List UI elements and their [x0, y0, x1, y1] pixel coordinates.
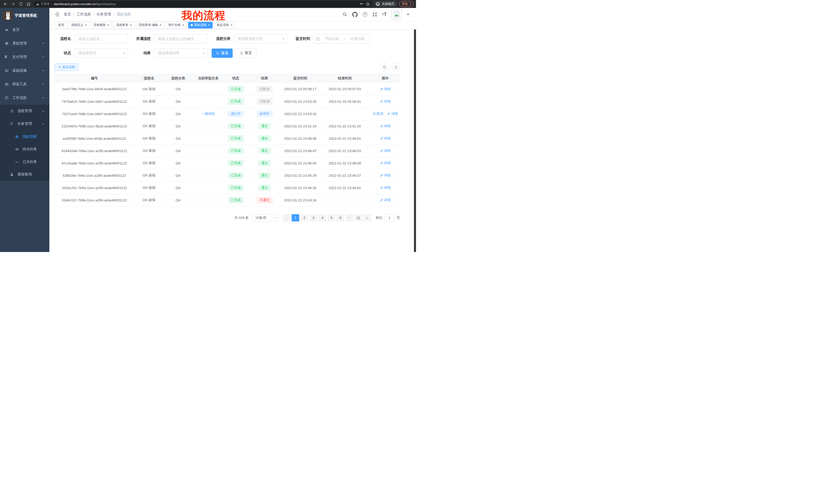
page-number-button[interactable]: 6	[337, 214, 344, 221]
broken-image-icon	[394, 11, 399, 18]
star-icon[interactable]	[366, 2, 370, 6]
security-chip[interactable]: 不安全	[36, 2, 50, 6]
sidebar-item-system[interactable]: 系统管理	[0, 36, 49, 50]
process-definition-input[interactable]	[154, 34, 208, 44]
forward-button[interactable]	[10, 1, 16, 7]
key-icon[interactable]	[360, 2, 364, 6]
next-page-button[interactable]: ›	[364, 214, 371, 221]
tab[interactable]: 用户分组 ×	[165, 22, 187, 29]
cell-current-task	[192, 169, 224, 181]
process-name-input[interactable]	[74, 34, 128, 44]
chevron-down-icon	[282, 37, 285, 40]
close-icon[interactable]: ×	[231, 23, 233, 27]
font-size-icon[interactable]: TT	[382, 12, 387, 17]
cell-current-task	[192, 145, 224, 157]
detail-action[interactable]: 详情	[380, 198, 391, 202]
detail-action[interactable]: 详情	[380, 173, 391, 178]
sidebar-item-leave-query[interactable]: 请假查询	[0, 168, 49, 181]
page-number-button[interactable]: 4	[318, 214, 326, 221]
col-category: 流程分类	[164, 74, 192, 83]
show-search-toggle-button[interactable]	[380, 63, 389, 71]
search-button[interactable]: 搜索	[212, 49, 233, 58]
page-size-select[interactable]: 10条/页	[253, 214, 278, 221]
browser-menu-icon[interactable]	[410, 2, 411, 6]
incognito-chip[interactable]: 无痕模式	[374, 1, 397, 7]
tab[interactable]: 流程定义 ×	[69, 22, 89, 29]
sidebar-item-infra[interactable]: 基础设施	[0, 64, 49, 77]
filter-row-1: 流程名 所属流程 流程分类 请选择流程分类 提交时间	[54, 34, 400, 44]
sidebar-item-task-mgmt[interactable]: 任务管理	[0, 117, 49, 130]
cell-submit-time: 2022-01-22 23:53:32	[282, 108, 319, 120]
page-number-button[interactable]: 5	[328, 214, 335, 221]
close-icon[interactable]: ×	[130, 23, 132, 27]
detail-action[interactable]: 详情	[380, 124, 391, 129]
close-icon[interactable]: ×	[208, 23, 210, 27]
sidebar-item-my-process[interactable]: 我的流程	[0, 130, 49, 143]
fullscreen-icon[interactable]	[372, 12, 377, 17]
filter-name-label: 流程名	[54, 36, 71, 41]
create-process-button[interactable]: 发起流程	[54, 63, 79, 71]
close-icon[interactable]: ×	[160, 23, 162, 27]
sidebar-item-process-mgmt[interactable]: 流程管理	[0, 105, 49, 117]
tab[interactable]: 流程模型 ×	[91, 22, 112, 29]
breadcrumb-home[interactable]: 首页	[64, 12, 71, 17]
home-button[interactable]	[26, 1, 31, 7]
detail-action[interactable]: 详情	[380, 148, 391, 153]
warning-icon	[36, 3, 39, 6]
github-icon[interactable]	[352, 12, 358, 17]
refresh-table-button[interactable]	[392, 63, 400, 71]
reset-button[interactable]: 重置	[235, 49, 256, 58]
page-number-button[interactable]: 11	[355, 214, 362, 221]
detail-action[interactable]: 详情	[380, 161, 391, 165]
breadcrumb-task-mgmt[interactable]: 任务管理	[97, 12, 111, 17]
tab[interactable]: 流程表单 ×	[113, 22, 134, 29]
reload-button[interactable]	[18, 1, 24, 7]
detail-action[interactable]: 详情	[387, 111, 398, 116]
tab[interactable]: 发起流程 ×	[214, 22, 235, 29]
chevron-down-icon	[42, 83, 45, 86]
back-button[interactable]	[3, 1, 8, 7]
page-number-button[interactable]: 3	[310, 214, 317, 221]
tab[interactable]: 流程表单-编辑 ×	[136, 22, 164, 29]
cancel-action[interactable]: 取消	[373, 111, 383, 116]
tab[interactable]: 首页	[55, 22, 67, 29]
help-icon[interactable]: ?	[363, 12, 367, 17]
status-select[interactable]: 请选择状态	[74, 49, 128, 58]
sidebar-item-todo-tasks[interactable]: 待办任务	[0, 143, 49, 156]
scrollbar[interactable]	[414, 8, 416, 252]
address-bar[interactable]: 不安全 dashboard.yudao.iocoder.cn/bpm/task/…	[33, 1, 372, 7]
chevron-down-icon[interactable]	[407, 14, 409, 17]
goto-page-input[interactable]	[384, 214, 395, 221]
sidebar-item-devtools[interactable]: 研发工具	[0, 77, 49, 91]
detail-action[interactable]: 详情	[380, 87, 391, 91]
detail-action[interactable]: 详情	[380, 186, 391, 190]
table-row: ec45f38f-7b9a-11ec-b03b-acde48001122 OA …	[54, 132, 400, 145]
sidebar-item-done-tasks[interactable]: 已办任务	[0, 156, 49, 168]
page-number-button[interactable]: 1	[291, 214, 299, 221]
submit-time-range-picker[interactable]: 开始日期 - 结束日期	[313, 34, 370, 44]
tab[interactable]: 我的流程 ×	[188, 22, 213, 29]
prev-page-button[interactable]: ‹	[283, 214, 290, 221]
cell-result: 通过	[248, 120, 282, 132]
result-select[interactable]: 请选择流结果	[154, 49, 208, 58]
sidebar-item-workflow[interactable]: 工作流程	[0, 91, 49, 105]
detail-action[interactable]: 详情	[380, 136, 391, 141]
page-number-button[interactable]: ···	[345, 214, 353, 221]
task-link[interactable]: 一级审批	[202, 111, 215, 116]
header-search-icon[interactable]	[342, 12, 347, 17]
close-icon[interactable]: ×	[182, 23, 184, 27]
sidebar-item-payment[interactable]: ¥ 支付管理	[0, 50, 49, 64]
status-badge: 已完成	[228, 123, 244, 129]
update-button[interactable]: 更新	[399, 1, 413, 7]
detail-action[interactable]: 详情	[380, 99, 391, 104]
avatar[interactable]	[392, 9, 402, 20]
url-text[interactable]: dashboard.yudao.iocoder.cn/bpm/task/my	[54, 2, 358, 6]
close-icon[interactable]: ×	[85, 23, 87, 27]
cell-category: OA	[164, 120, 192, 132]
breadcrumb-workflow[interactable]: 工作流程	[77, 12, 91, 17]
page-number-button[interactable]: 2	[301, 214, 308, 221]
sidebar-item-home[interactable]: 首页	[0, 23, 49, 36]
sidebar-fold-icon[interactable]	[54, 12, 60, 17]
category-select[interactable]: 请选择流程分类	[233, 34, 287, 44]
close-icon[interactable]: ×	[107, 23, 109, 27]
